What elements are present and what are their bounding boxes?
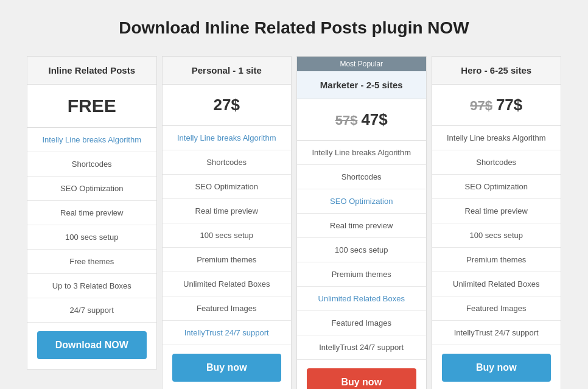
feature-row-marketer-2: SEO Optimization [297, 189, 426, 214]
feature-row-free-6: Up to 3 Related Boxes [27, 274, 156, 298]
plan-name-hero: Hero - 6-25 sites [432, 57, 561, 85]
feature-row-free-2: SEO Optimization [27, 177, 156, 201]
feature-row-hero-2: SEO Optimization [432, 175, 561, 199]
feature-row-marketer-8: IntellyTrust 24/7 support [297, 335, 426, 360]
feature-row-personal-7: Featured Images [163, 296, 292, 321]
feature-row-marketer-0: Intelly Line breaks Algorithm [297, 141, 426, 165]
feature-row-personal-8: IntellyTrust 24/7 support [163, 321, 292, 345]
feature-row-personal-4: 100 secs setup [163, 223, 292, 248]
feature-row-marketer-1: Shortcodes [297, 165, 426, 189]
cta-button-marketer[interactable]: Buy now [307, 368, 416, 389]
btn-area-marketer: Buy now [297, 360, 426, 389]
feature-row-free-3: Real time preview [27, 201, 156, 225]
page-title: Download Inline Related Posts plugin NOW [24, 18, 564, 38]
feature-row-personal-3: Real time preview [163, 199, 292, 223]
plan-name-personal: Personal - 1 site [163, 57, 292, 85]
feature-row-personal-6: Unlimited Related Boxes [163, 272, 292, 296]
plan-price-free: FREE [27, 85, 156, 128]
feature-row-hero-5: Premium themes [432, 248, 561, 272]
feature-row-hero-3: Real time preview [432, 199, 561, 223]
feature-row-personal-5: Premium themes [163, 248, 292, 272]
feature-row-marketer-7: Featured Images [297, 311, 426, 335]
cta-button-hero[interactable]: Buy now [442, 354, 551, 382]
feature-row-free-4: 100 secs setup [27, 225, 156, 250]
plan-col-hero: Hero - 6-25 sites97$77$Intelly Line brea… [432, 56, 562, 389]
cta-button-personal[interactable]: Buy now [172, 354, 282, 382]
feature-row-hero-1: Shortcodes [432, 150, 561, 175]
feature-row-personal-0: Intelly Line breaks Algorithm [163, 126, 292, 150]
feature-row-marketer-5: Premium themes [297, 262, 426, 287]
feature-row-hero-6: Unlimited Related Boxes [432, 272, 561, 296]
feature-row-free-0: Intelly Line breaks Algorithm [27, 128, 156, 152]
feature-row-hero-8: IntellyTrust 24/7 support [432, 321, 561, 345]
feature-row-hero-4: 100 secs setup [432, 223, 561, 248]
btn-area-personal: Buy now [163, 345, 292, 389]
feature-row-marketer-3: Real time preview [297, 214, 426, 238]
feature-row-marketer-6: Unlimited Related Boxes [297, 287, 426, 311]
plan-price-hero: 97$77$ [432, 85, 561, 126]
feature-row-free-1: Shortcodes [27, 152, 156, 177]
cta-button-free[interactable]: Download NOW [37, 331, 147, 359]
feature-row-personal-2: SEO Optimization [163, 175, 292, 199]
plan-col-marketer: Most PopularMarketer - 2-5 sites57$47$In… [296, 56, 427, 389]
plan-price-marketer: 57$47$ [297, 99, 426, 141]
plan-price-personal: 27$ [163, 85, 292, 126]
feature-row-free-7: 24/7 support [27, 298, 156, 323]
feature-row-marketer-4: 100 secs setup [297, 238, 426, 262]
feature-row-hero-0: Intelly Line breaks Algorithm [432, 126, 561, 150]
plan-col-free: Inline Related PostsFREEIntelly Line bre… [27, 56, 157, 370]
btn-area-free: Download NOW [27, 323, 156, 369]
main-container: Download Inline Related Posts plugin NOW… [12, 12, 576, 389]
most-popular-badge: Most Popular [297, 57, 426, 71]
feature-row-free-5: Free themes [27, 250, 156, 274]
plan-col-personal: Personal - 1 site27$Intelly Line breaks … [162, 56, 292, 389]
pricing-grid: Inline Related PostsFREEIntelly Line bre… [24, 56, 564, 389]
btn-area-hero: Buy now [432, 345, 561, 389]
plan-name-free: Inline Related Posts [27, 57, 156, 85]
feature-row-hero-7: Featured Images [432, 296, 561, 321]
plan-name-marketer: Marketer - 2-5 sites [297, 71, 426, 99]
feature-row-personal-1: Shortcodes [163, 150, 292, 175]
